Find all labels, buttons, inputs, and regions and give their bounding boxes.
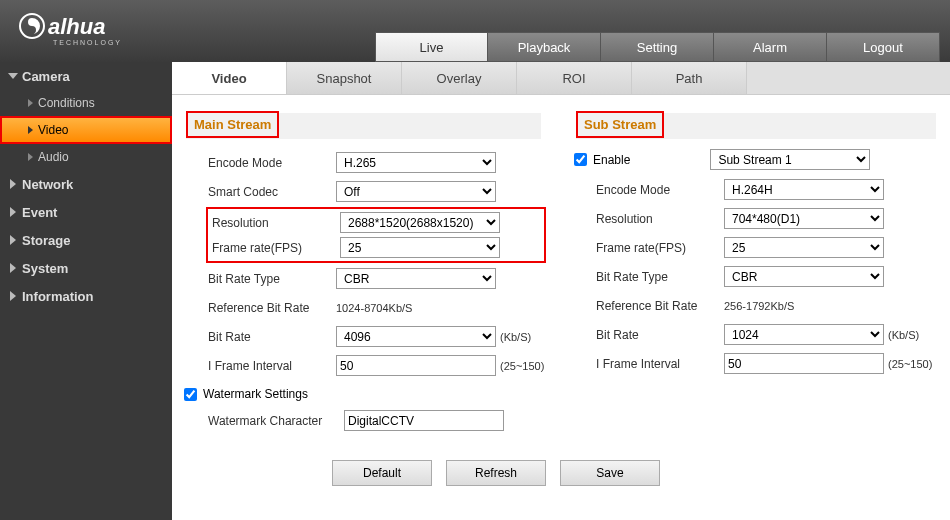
sub-bitrate-type-label: Bit Rate Type bbox=[594, 270, 724, 284]
sub-bitrate-label: Bit Rate bbox=[594, 328, 724, 342]
tab-snapshot[interactable]: Snapshot bbox=[287, 62, 402, 94]
sidebar-item-conditions[interactable]: Conditions bbox=[0, 90, 172, 116]
smart-codec-label: Smart Codec bbox=[206, 185, 336, 199]
sub-ref-bitrate-label: Reference Bit Rate bbox=[594, 299, 724, 313]
header: alhua TECHNOLOGY Live Playback Setting A… bbox=[0, 0, 950, 62]
bitrate-unit: (Kb/S) bbox=[500, 331, 531, 343]
sub-iframe-label: I Frame Interval bbox=[594, 357, 724, 371]
iframe-unit: (25~150) bbox=[500, 360, 544, 372]
tab-overlay[interactable]: Overlay bbox=[402, 62, 517, 94]
sub-encode-label: Encode Mode bbox=[594, 183, 724, 197]
main-panel: Video Snapshot Overlay ROI Path Main Str… bbox=[172, 62, 950, 520]
fps-select[interactable]: 25 bbox=[340, 237, 500, 258]
encode-mode-select[interactable]: H.265 bbox=[336, 152, 496, 173]
refresh-button[interactable]: Refresh bbox=[446, 460, 546, 486]
sub-stream-title: Sub Stream bbox=[576, 111, 664, 138]
ref-bitrate-value: 1024-8704Kb/S bbox=[336, 302, 412, 314]
sidebar-item-label: Video bbox=[38, 123, 68, 137]
sub-bitrate-type-select[interactable]: CBR bbox=[724, 266, 884, 287]
resolution-label: Resolution bbox=[210, 216, 340, 230]
save-button[interactable]: Save bbox=[560, 460, 660, 486]
nav-logout[interactable]: Logout bbox=[827, 32, 940, 62]
ref-bitrate-label: Reference Bit Rate bbox=[206, 301, 336, 315]
bitrate-type-label: Bit Rate Type bbox=[206, 272, 336, 286]
nav-setting[interactable]: Setting bbox=[601, 32, 714, 62]
main-stream-column: Main Stream Encode ModeH.265 Smart Codec… bbox=[186, 113, 546, 436]
smart-codec-select[interactable]: Off bbox=[336, 181, 496, 202]
sub-resolution-label: Resolution bbox=[594, 212, 724, 226]
tab-path[interactable]: Path bbox=[632, 62, 747, 94]
sidebar-group-storage[interactable]: Storage bbox=[0, 226, 172, 254]
watermark-label: Watermark Settings bbox=[203, 387, 308, 401]
sub-bitrate-select[interactable]: 1024 bbox=[724, 324, 884, 345]
sidebar-label: Storage bbox=[22, 233, 70, 248]
bitrate-label: Bit Rate bbox=[206, 330, 336, 344]
sub-resolution-select[interactable]: 704*480(D1) bbox=[724, 208, 884, 229]
sidebar-item-video[interactable]: Video bbox=[0, 116, 172, 144]
sub-enable-checkbox[interactable] bbox=[574, 153, 587, 166]
tab-video[interactable]: Video bbox=[172, 62, 287, 94]
sidebar-item-label: Audio bbox=[38, 150, 69, 164]
sidebar: Camera Conditions Video Audio Network Ev… bbox=[0, 62, 172, 520]
footer-buttons: Default Refresh Save bbox=[332, 460, 950, 486]
sub-tabs: Video Snapshot Overlay ROI Path bbox=[172, 62, 950, 95]
sub-fps-select[interactable]: 25 bbox=[724, 237, 884, 258]
sidebar-group-camera[interactable]: Camera bbox=[0, 62, 172, 90]
sub-iframe-unit: (25~150) bbox=[888, 358, 932, 370]
fps-label: Frame rate(FPS) bbox=[210, 241, 340, 255]
brand-logo: alhua TECHNOLOGY bbox=[0, 12, 168, 62]
sidebar-label: Camera bbox=[22, 69, 70, 84]
sub-stream-select[interactable]: Sub Stream 1 bbox=[710, 149, 870, 170]
sidebar-group-information[interactable]: Information bbox=[0, 282, 172, 310]
bitrate-type-select[interactable]: CBR bbox=[336, 268, 496, 289]
sidebar-group-network[interactable]: Network bbox=[0, 170, 172, 198]
sub-iframe-input[interactable] bbox=[724, 353, 884, 374]
watermark-checkbox[interactable] bbox=[184, 388, 197, 401]
tab-roi[interactable]: ROI bbox=[517, 62, 632, 94]
sidebar-label: System bbox=[22, 261, 68, 276]
nav-live[interactable]: Live bbox=[375, 32, 488, 62]
sidebar-label: Information bbox=[22, 289, 94, 304]
watermark-char-label: Watermark Character bbox=[206, 414, 344, 428]
sub-stream-column: Sub Stream Enable Sub Stream 1 Encode Mo… bbox=[576, 113, 936, 436]
sub-encode-select[interactable]: H.264H bbox=[724, 179, 884, 200]
svg-text:TECHNOLOGY: TECHNOLOGY bbox=[53, 39, 122, 46]
encode-mode-label: Encode Mode bbox=[206, 156, 336, 170]
iframe-label: I Frame Interval bbox=[206, 359, 336, 373]
sub-enable-label: Enable bbox=[593, 153, 630, 167]
sidebar-group-system[interactable]: System bbox=[0, 254, 172, 282]
sidebar-group-event[interactable]: Event bbox=[0, 198, 172, 226]
sidebar-label: Event bbox=[22, 205, 57, 220]
watermark-char-input[interactable] bbox=[344, 410, 504, 431]
sidebar-item-label: Conditions bbox=[38, 96, 95, 110]
nav-playback[interactable]: Playback bbox=[488, 32, 601, 62]
main-stream-title: Main Stream bbox=[186, 111, 279, 138]
default-button[interactable]: Default bbox=[332, 460, 432, 486]
sub-bitrate-unit: (Kb/S) bbox=[888, 329, 919, 341]
iframe-input[interactable] bbox=[336, 355, 496, 376]
top-nav: Live Playback Setting Alarm Logout bbox=[375, 32, 950, 62]
sidebar-label: Network bbox=[22, 177, 73, 192]
nav-alarm[interactable]: Alarm bbox=[714, 32, 827, 62]
sub-fps-label: Frame rate(FPS) bbox=[594, 241, 724, 255]
sidebar-item-audio[interactable]: Audio bbox=[0, 144, 172, 170]
bitrate-select[interactable]: 4096 bbox=[336, 326, 496, 347]
resolution-select[interactable]: 2688*1520(2688x1520) bbox=[340, 212, 500, 233]
sub-ref-bitrate-value: 256-1792Kb/S bbox=[724, 300, 794, 312]
svg-text:alhua: alhua bbox=[48, 14, 105, 39]
